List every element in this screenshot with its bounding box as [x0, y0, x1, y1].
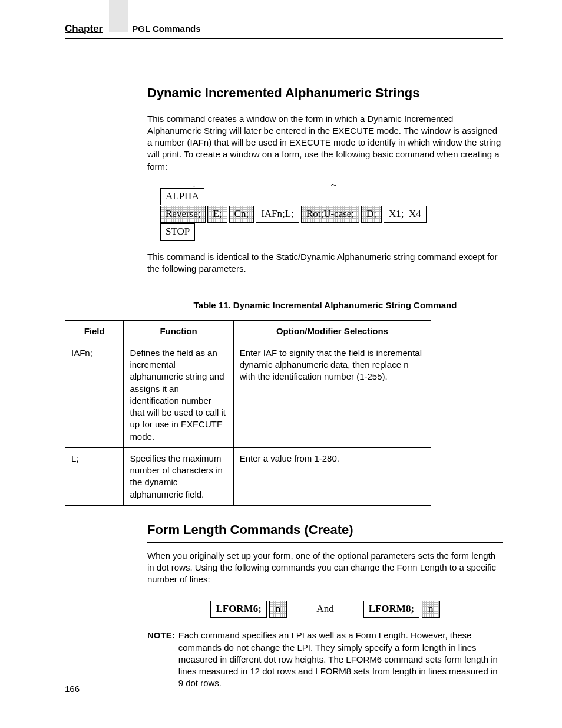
syntax-alpha: ALPHA	[160, 188, 204, 205]
section-heading-form-length: Form Length Commands (Create)	[147, 521, 503, 543]
lform8-label: LFORM8;	[363, 601, 419, 618]
syntax-diagram: -~ ALPHA Reverse; E; Cn; IAFn;L; Rot;U-c…	[160, 183, 503, 241]
header-section-title: PGL Commands	[132, 23, 200, 35]
syntax-iafn: IAFn;L;	[256, 206, 299, 223]
chapter-label: Chapter	[65, 22, 103, 36]
syntax-x: X1;–X4	[384, 206, 427, 223]
note-block: NOTE: Each command specifies an LPI as w…	[147, 630, 503, 689]
form-length-intro: When you originally set up your form, on…	[147, 550, 503, 586]
syntax-cn: Cn;	[229, 206, 254, 223]
cell-option: Enter a value from 1-280.	[233, 447, 431, 505]
cell-function: Specifies the maximum number of characte…	[124, 447, 233, 505]
table-caption: Table 11. Dynamic Incremental Alphanumer…	[147, 299, 503, 311]
syntax-stop: STOP	[160, 223, 195, 241]
note-text: Each command specifies an LPI as well as…	[178, 630, 503, 689]
margin-gutter	[109, 0, 128, 32]
lform-syntax-row: LFORM6; n And LFORM8; n	[147, 601, 503, 618]
col-header-field: Field	[65, 320, 124, 342]
table-row: IAFn; Defines the field as an incrementa…	[65, 342, 431, 447]
lform-and: And	[316, 602, 333, 616]
running-header: Chapter 9 PGL Commands	[65, 22, 503, 39]
syntax-reverse: Reverse;	[160, 206, 206, 223]
lform8-var: n	[422, 601, 440, 618]
table-row: L; Specifies the maximum number of chara…	[65, 447, 431, 505]
intro-paragraph-1: This command creates a window on the for…	[147, 113, 503, 173]
lform6-var: n	[269, 601, 287, 618]
section-heading-dynamic-incremented: Dynamic Incremented Alphanumeric Strings	[147, 84, 503, 106]
cell-field: IAFn;	[65, 342, 124, 447]
page-number: 166	[65, 683, 80, 695]
note-label: NOTE:	[147, 630, 175, 689]
lform6-label: LFORM6;	[210, 601, 266, 618]
col-header-option: Option/Modifier Selections	[233, 320, 431, 342]
col-header-function: Function	[124, 320, 233, 342]
syntax-e: E;	[207, 206, 227, 223]
syntax-rot: Rot;U-case;	[301, 206, 359, 223]
parameter-table: Field Function Option/Modifier Selection…	[65, 320, 431, 506]
cell-field: L;	[65, 447, 124, 505]
cell-function: Defines the field as an incremental alph…	[124, 342, 233, 447]
intro-paragraph-2: This command is identical to the Static/…	[147, 251, 503, 275]
cell-option: Enter IAF to signify that the field is i…	[233, 342, 431, 447]
syntax-d: D;	[361, 206, 382, 223]
